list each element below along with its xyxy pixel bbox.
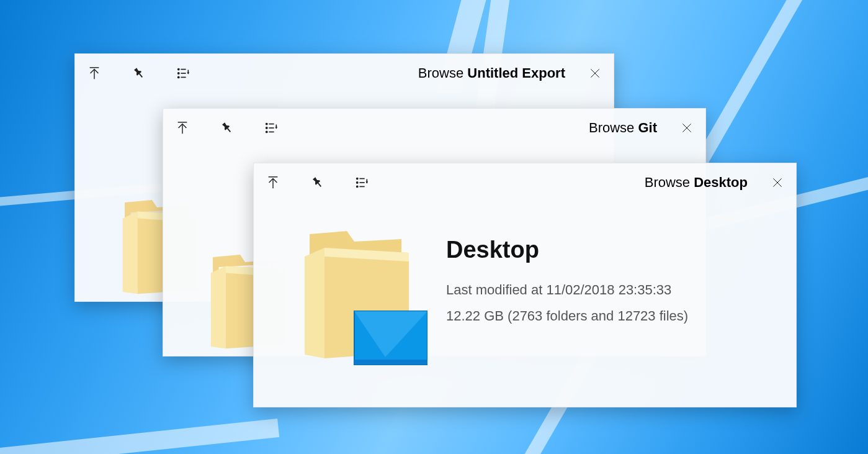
last-modified: Last modified at 11/02/2018 23:35:33	[446, 277, 688, 303]
titlebar: Browse Git	[163, 109, 705, 147]
titlebar: Browse Desktop	[254, 163, 796, 202]
svg-rect-37	[354, 360, 427, 365]
window-title: Browse Desktop	[645, 175, 748, 191]
close-icon[interactable]	[669, 114, 704, 142]
svg-point-31	[357, 186, 358, 187]
browse-target: Git	[638, 120, 657, 135]
browse-target: Desktop	[694, 175, 748, 190]
pin-icon[interactable]	[310, 175, 326, 191]
browse-prefix: Browse	[418, 65, 467, 81]
close-icon[interactable]	[578, 59, 612, 88]
list-sort-icon[interactable]	[354, 175, 370, 191]
svg-rect-26	[318, 183, 321, 187]
list-sort-icon[interactable]	[176, 65, 192, 81]
up-icon[interactable]	[174, 120, 190, 136]
svg-point-15	[266, 123, 267, 124]
window-body: Desktop Last modified at 11/02/2018 23:3…	[254, 202, 796, 370]
up-icon[interactable]	[265, 175, 281, 191]
up-icon[interactable]	[86, 65, 102, 81]
list-sort-icon[interactable]	[264, 120, 280, 136]
svg-point-3	[178, 68, 179, 70]
close-icon[interactable]	[760, 168, 795, 197]
svg-point-27	[357, 178, 358, 179]
window-title: Browse Untitled Export	[418, 65, 565, 81]
size-summary: 12.22 GB (2763 folders and 12723 files)	[446, 303, 688, 329]
svg-point-5	[178, 73, 179, 74]
desktop-folder-icon	[291, 220, 415, 345]
pin-icon[interactable]	[131, 65, 147, 81]
svg-point-19	[266, 131, 267, 132]
svg-point-29	[357, 182, 358, 183]
browse-prefix: Browse	[589, 120, 638, 135]
browse-prefix: Browse	[645, 175, 694, 190]
svg-point-7	[178, 76, 179, 78]
titlebar: Browse Untitled Export	[75, 54, 614, 93]
info-panel: Desktop Last modified at 11/02/2018 23:3…	[446, 237, 688, 329]
window-title: Browse Git	[589, 120, 657, 136]
svg-point-17	[266, 127, 267, 129]
bg-beam	[0, 419, 279, 454]
folder-name: Desktop	[446, 237, 688, 263]
browse-target: Untitled Export	[467, 65, 565, 81]
pin-icon[interactable]	[219, 120, 235, 136]
preview-window-desktop[interactable]: Browse Desktop Desktop Last modified at	[253, 163, 797, 407]
svg-rect-14	[227, 128, 231, 132]
